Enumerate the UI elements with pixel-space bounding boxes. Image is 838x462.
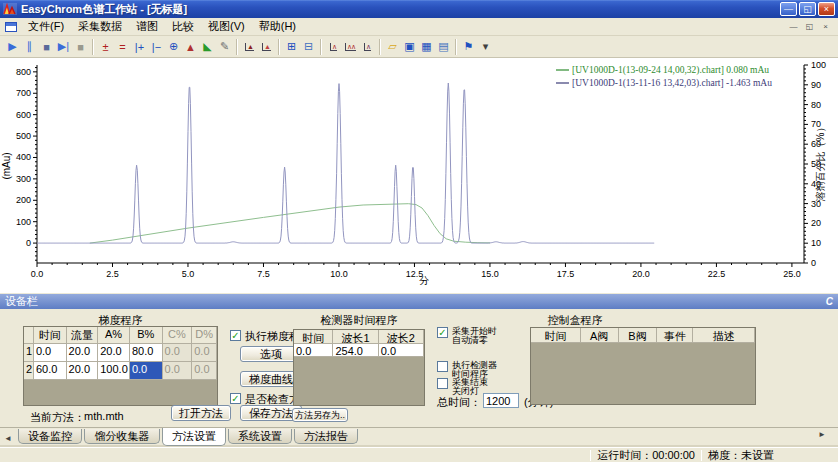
menu-item-1[interactable]: 采集数据: [71, 17, 129, 36]
table-cell[interactable]: 20.0: [67, 362, 99, 380]
collapse-icon[interactable]: C: [826, 296, 833, 307]
chromatogram-view[interactable]: 0100200300400500600700800010203040506070…: [0, 58, 838, 293]
column-header: 时间: [531, 328, 581, 343]
stack-chart-icon[interactable]: ∧: [359, 38, 376, 56]
menu-item-3[interactable]: 比较: [165, 17, 201, 36]
peak-start-icon[interactable]: ▲: [241, 38, 258, 56]
mdi-restore-button[interactable]: ◱: [803, 21, 816, 33]
baseline-icon[interactable]: =: [114, 38, 131, 56]
window-title: EasyChrom色谱工作站 - [无标题]: [21, 2, 780, 17]
control-box-table[interactable]: 时间A阀B阀事件描述: [530, 327, 756, 405]
zoom-full-icon-glyph: ⊕: [169, 40, 178, 53]
cascade-windows-icon-glyph: ⊟: [304, 40, 313, 53]
zoom-full-icon[interactable]: ⊕: [165, 38, 182, 56]
menu-item-5[interactable]: 帮助(H): [252, 17, 303, 36]
table-cell[interactable]: 254.0: [333, 344, 378, 357]
menu-item-0[interactable]: 文件(F): [21, 17, 71, 36]
chromatogram-chart[interactable]: 0100200300400500600700800010203040506070…: [0, 58, 838, 293]
tab-系统设置[interactable]: 系统设置: [228, 429, 292, 444]
detector-program-title: 检测器时间程序: [293, 313, 425, 328]
shrink-time-icon[interactable]: |−: [148, 38, 165, 56]
save-all-icon[interactable]: ▦: [418, 38, 435, 56]
tile-windows-icon-glyph: ⊞: [287, 40, 296, 53]
mdi-minimize-button[interactable]: —: [787, 21, 800, 33]
peak-end-icon[interactable]: ▲: [258, 38, 275, 56]
x-tick-label: 2.5: [106, 269, 119, 279]
column-header: 描述: [693, 328, 755, 343]
tile-windows-icon[interactable]: ⊞: [283, 38, 300, 56]
abort-icon[interactable]: ■: [72, 38, 89, 56]
run-icon[interactable]: ▶: [4, 38, 21, 56]
mdi-close-button[interactable]: ×: [819, 21, 832, 33]
scale-plus-minus-icon[interactable]: ±: [97, 38, 114, 56]
column-header: A阀: [581, 328, 619, 343]
checkbox-checked-icon[interactable]: ✓: [437, 327, 448, 338]
menu-item-2[interactable]: 谱图: [129, 17, 165, 36]
stop-icon[interactable]: ■: [38, 38, 55, 56]
total-time-input[interactable]: [483, 393, 519, 408]
shrink-time-icon-glyph: |−: [152, 41, 161, 53]
autozero-label-2: 自动清零: [452, 335, 488, 345]
print-icon[interactable]: ▤: [435, 38, 452, 56]
compare-chart-icon[interactable]: ∧: [325, 38, 342, 56]
tab-方法设置[interactable]: 方法设置: [162, 428, 226, 446]
table-cell[interactable]: 0.0: [130, 362, 163, 380]
pause-icon[interactable]: ∥: [21, 38, 38, 56]
toolbar-separator: [236, 39, 238, 55]
close-button[interactable]: ×: [818, 2, 835, 16]
table-cell[interactable]: 0.0: [34, 344, 67, 362]
run-single-icon[interactable]: ▶|: [55, 38, 72, 56]
tab-scroll-left-icon[interactable]: ◄: [4, 434, 12, 443]
annotate-pen-icon[interactable]: ✎: [216, 38, 233, 56]
save-icon[interactable]: ▣: [401, 38, 418, 56]
expand-time-icon[interactable]: |+: [131, 38, 148, 56]
overlay-chart-icon[interactable]: ∧∧: [342, 38, 359, 56]
manual-integrate-icon[interactable]: ◣: [199, 38, 216, 56]
cascade-windows-icon[interactable]: ⊟: [300, 38, 317, 56]
scale-plus-minus-icon-glyph: ±: [102, 41, 108, 53]
save-method-as-button[interactable]: 方法另存为..: [292, 408, 348, 422]
toolbar-more-icon[interactable]: ▾: [477, 38, 494, 56]
table-cell[interactable]: 80.0: [130, 344, 163, 362]
gradient-program-table[interactable]: 时间流量A%B%C%D%10.020.020.080.00.00.0260.02…: [23, 326, 218, 406]
table-cell[interactable]: 0.0: [192, 344, 217, 362]
autozero-checkbox[interactable]: ✓ 采集开始时 自动清零: [437, 327, 497, 345]
flag-icon[interactable]: ⚑: [460, 38, 477, 56]
detector-program-table[interactable]: 时间波长1波长20.0254.00.0: [293, 329, 425, 406]
table-cell[interactable]: 20.0: [67, 344, 99, 362]
device-bar-title: 设备栏: [5, 294, 826, 309]
minimize-button[interactable]: —: [780, 2, 797, 16]
mdi-child-icon[interactable]: [5, 22, 17, 32]
checkbox-unchecked-icon[interactable]: [437, 361, 448, 372]
tab-scroll-right-icon[interactable]: ►: [818, 430, 826, 439]
open-method-button[interactable]: 打开方法: [171, 405, 231, 421]
menu-item-4[interactable]: 视图(V): [201, 17, 252, 36]
table-cell[interactable]: 2: [24, 362, 34, 380]
checkbox-unchecked-icon[interactable]: [437, 378, 448, 389]
table-cell[interactable]: 60.0: [34, 362, 67, 380]
table-cell[interactable]: 0.0: [294, 344, 333, 357]
table-cell[interactable]: 0.0: [379, 344, 424, 357]
checkbox-checked-icon[interactable]: ✓: [230, 330, 241, 341]
tab-方法报告[interactable]: 方法报告: [294, 429, 358, 444]
table-cell[interactable]: 20.0: [98, 344, 130, 362]
lamp-off-checkbox[interactable]: 采集结束 关闭灯: [437, 378, 488, 396]
open-method-icon[interactable]: ▱: [384, 38, 401, 56]
table-cell[interactable]: 100.0: [98, 362, 130, 380]
annotate-pen-icon-glyph: ✎: [220, 40, 229, 53]
tab-设备监控[interactable]: 设备监控: [18, 429, 82, 444]
toolbar-separator: [92, 39, 94, 55]
table-cell[interactable]: 1: [24, 344, 34, 362]
table-cell[interactable]: 0.0: [163, 344, 193, 362]
checkbox-checked-icon[interactable]: ✓: [230, 393, 241, 404]
peak-zoom-icon[interactable]: ▲: [182, 38, 199, 56]
peak-end-icon-glyph: ▲: [262, 43, 271, 51]
table-cell[interactable]: 0.0: [192, 362, 217, 380]
stack-chart-icon-glyph: ∧: [364, 43, 371, 51]
table-cell[interactable]: 0.0: [163, 362, 193, 380]
restore-button[interactable]: ◱: [799, 2, 816, 16]
y-left-tick-label: 400: [16, 152, 31, 162]
manual-integrate-icon-glyph: ◣: [203, 40, 211, 53]
pause-icon-glyph: ∥: [27, 40, 33, 53]
tab-馏分收集器[interactable]: 馏分收集器: [84, 429, 160, 444]
